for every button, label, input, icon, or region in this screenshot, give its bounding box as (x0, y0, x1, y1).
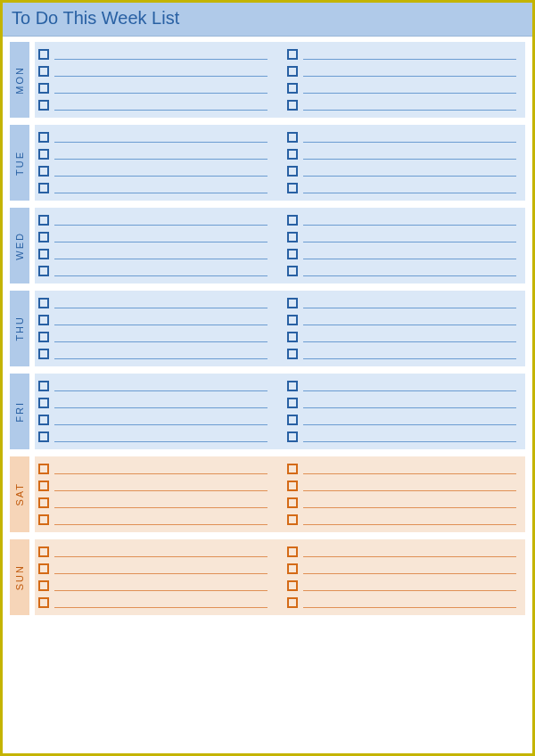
task-line[interactable] (303, 132, 516, 143)
checkbox-icon[interactable] (38, 232, 49, 242)
checkbox-icon[interactable] (287, 132, 298, 143)
checkbox-icon[interactable] (38, 332, 49, 342)
checkbox-icon[interactable] (38, 66, 49, 77)
task-line[interactable] (54, 266, 268, 276)
checkbox-icon[interactable] (38, 49, 49, 60)
task-line[interactable] (54, 49, 268, 60)
task-line[interactable] (303, 83, 516, 94)
checkbox-icon[interactable] (287, 563, 298, 574)
task-line[interactable] (54, 415, 268, 425)
checkbox-icon[interactable] (287, 315, 298, 325)
checkbox-icon[interactable] (287, 597, 298, 608)
checkbox-icon[interactable] (287, 431, 298, 442)
checkbox-icon[interactable] (287, 100, 298, 111)
checkbox-icon[interactable] (287, 183, 298, 193)
checkbox-icon[interactable] (287, 514, 298, 525)
task-line[interactable] (303, 580, 516, 591)
task-line[interactable] (303, 49, 516, 60)
checkbox-icon[interactable] (38, 381, 49, 391)
task-line[interactable] (54, 349, 268, 359)
task-line[interactable] (54, 132, 268, 143)
task-line[interactable] (54, 66, 268, 77)
task-line[interactable] (54, 100, 268, 111)
task-line[interactable] (303, 215, 516, 226)
task-line[interactable] (54, 183, 268, 193)
checkbox-icon[interactable] (38, 315, 49, 325)
checkbox-icon[interactable] (38, 398, 49, 408)
checkbox-icon[interactable] (287, 149, 298, 160)
task-line[interactable] (54, 580, 268, 591)
task-line[interactable] (303, 546, 516, 557)
task-line[interactable] (303, 100, 516, 111)
task-line[interactable] (303, 66, 516, 77)
checkbox-icon[interactable] (38, 597, 49, 608)
checkbox-icon[interactable] (38, 415, 49, 425)
task-line[interactable] (54, 464, 268, 474)
checkbox-icon[interactable] (287, 481, 298, 491)
checkbox-icon[interactable] (287, 49, 298, 60)
checkbox-icon[interactable] (38, 497, 49, 508)
task-line[interactable] (303, 415, 516, 425)
checkbox-icon[interactable] (287, 332, 298, 342)
checkbox-icon[interactable] (287, 298, 298, 308)
task-line[interactable] (303, 249, 516, 259)
checkbox-icon[interactable] (38, 166, 49, 177)
task-line[interactable] (303, 149, 516, 160)
task-line[interactable] (54, 149, 268, 160)
task-line[interactable] (54, 166, 268, 177)
checkbox-icon[interactable] (287, 398, 298, 408)
task-line[interactable] (303, 597, 516, 608)
task-line[interactable] (303, 266, 516, 276)
checkbox-icon[interactable] (38, 481, 49, 491)
task-line[interactable] (303, 563, 516, 574)
checkbox-icon[interactable] (287, 215, 298, 226)
task-line[interactable] (54, 563, 268, 574)
checkbox-icon[interactable] (38, 132, 49, 143)
task-line[interactable] (303, 166, 516, 177)
task-line[interactable] (303, 232, 516, 242)
task-line[interactable] (303, 298, 516, 308)
task-line[interactable] (303, 398, 516, 408)
checkbox-icon[interactable] (38, 298, 49, 308)
task-line[interactable] (54, 315, 268, 325)
checkbox-icon[interactable] (38, 215, 49, 226)
task-line[interactable] (303, 183, 516, 193)
task-line[interactable] (54, 398, 268, 408)
checkbox-icon[interactable] (38, 464, 49, 474)
task-line[interactable] (54, 332, 268, 342)
checkbox-icon[interactable] (38, 546, 49, 557)
checkbox-icon[interactable] (287, 249, 298, 259)
task-line[interactable] (54, 249, 268, 259)
checkbox-icon[interactable] (38, 100, 49, 111)
task-line[interactable] (303, 349, 516, 359)
task-line[interactable] (54, 514, 268, 525)
checkbox-icon[interactable] (38, 580, 49, 591)
checkbox-icon[interactable] (287, 464, 298, 474)
checkbox-icon[interactable] (287, 266, 298, 276)
checkbox-icon[interactable] (287, 381, 298, 391)
checkbox-icon[interactable] (38, 431, 49, 442)
checkbox-icon[interactable] (287, 166, 298, 177)
checkbox-icon[interactable] (38, 83, 49, 94)
task-line[interactable] (54, 431, 268, 442)
task-line[interactable] (54, 298, 268, 308)
task-line[interactable] (303, 431, 516, 442)
task-line[interactable] (54, 497, 268, 508)
checkbox-icon[interactable] (287, 497, 298, 508)
checkbox-icon[interactable] (287, 232, 298, 242)
checkbox-icon[interactable] (287, 66, 298, 77)
checkbox-icon[interactable] (287, 349, 298, 359)
task-line[interactable] (54, 546, 268, 557)
checkbox-icon[interactable] (38, 249, 49, 259)
task-line[interactable] (54, 481, 268, 491)
task-line[interactable] (303, 481, 516, 491)
task-line[interactable] (54, 232, 268, 242)
checkbox-icon[interactable] (38, 563, 49, 574)
checkbox-icon[interactable] (287, 546, 298, 557)
checkbox-icon[interactable] (287, 580, 298, 591)
task-line[interactable] (303, 464, 516, 474)
task-line[interactable] (303, 332, 516, 342)
checkbox-icon[interactable] (287, 83, 298, 94)
task-line[interactable] (54, 215, 268, 226)
task-line[interactable] (54, 83, 268, 94)
